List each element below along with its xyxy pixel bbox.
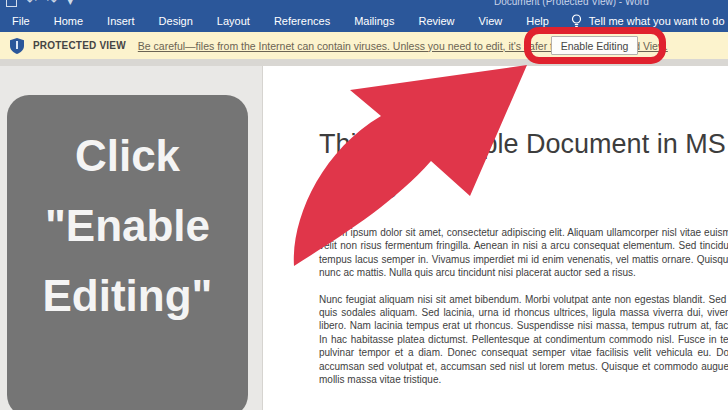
heading-text-before-caret: This is a Sample Document in MS [319, 129, 726, 159]
paragraph-1: Lorem ipsum dolor sit amet, consectetur … [319, 226, 728, 280]
instruction-line-3: Editing" [7, 261, 248, 331]
paragraph-2: Nunc feugiat aliquam nisi sit amet biben… [319, 293, 728, 387]
tab-design[interactable]: Design [147, 15, 205, 27]
tell-me-label: Tell me what you want to do [589, 15, 725, 27]
document-body: Lorem ipsum dolor sit amet, consectetur … [319, 226, 728, 399]
enable-editing-button[interactable]: Enable Editing [551, 36, 638, 55]
tab-layout[interactable]: Layout [205, 15, 262, 27]
title-bar: ↶ ↷ ▾ Document (Protected View) - Word F… [0, 0, 728, 33]
document-page[interactable]: This is a Sample Document in MSWord Onli… [262, 66, 728, 410]
save-icon[interactable] [6, 0, 17, 7]
document-heading: This is a Sample Document in MSWord Onli… [319, 122, 728, 212]
instruction-box: Click "Enable Editing" [7, 95, 248, 410]
heading-line-1: This is a Sample Document in MSWord [319, 122, 728, 167]
tab-home[interactable]: Home [42, 15, 95, 27]
window-title: Document (Protected View) - Word [494, 0, 649, 7]
banner-bottom-strip [0, 59, 728, 66]
instruction-line-2: "Enable [7, 191, 248, 261]
qat-dropdown-icon[interactable]: ▾ [67, 0, 73, 8]
tab-file[interactable]: File [0, 15, 42, 27]
redo-icon[interactable]: ↷ [47, 0, 57, 8]
tell-me-box[interactable]: Tell me what you want to do [571, 14, 725, 29]
lightbulb-icon [571, 14, 582, 29]
tab-mailings[interactable]: Mailings [342, 15, 406, 27]
undo-icon[interactable]: ↶ [27, 0, 37, 8]
instruction-line-1: Click [7, 121, 248, 191]
tab-insert[interactable]: Insert [95, 15, 147, 27]
protected-view-label: PROTECTED VIEW [33, 40, 126, 51]
tab-references[interactable]: References [262, 15, 342, 27]
protected-view-banner: PROTECTED VIEW Be careful—files from the… [0, 32, 728, 59]
tab-help[interactable]: Help [514, 15, 561, 27]
shield-icon [10, 38, 24, 54]
tab-view[interactable]: View [467, 15, 515, 27]
quick-access-toolbar: ↶ ↷ ▾ [6, 0, 73, 8]
heading-line-2: Online [319, 167, 728, 212]
tab-review[interactable]: Review [407, 15, 467, 27]
ribbon-tab-bar: File Home Insert Design Layout Reference… [0, 10, 728, 32]
